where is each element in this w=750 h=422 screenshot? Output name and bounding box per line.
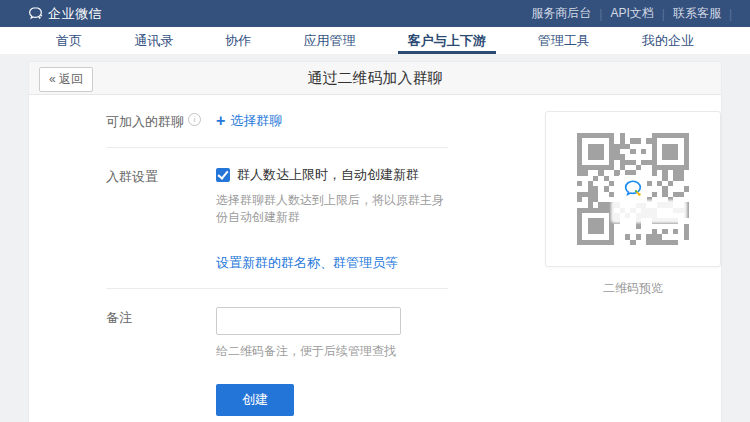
- back-button[interactable]: « 返回: [39, 67, 93, 92]
- join-settings-control: 群人数达上限时，自动创建新群 选择群聊群人数达到上限后，将以原群主身份自动创建新…: [216, 166, 448, 272]
- wechat-work-qr-center-icon: [619, 175, 647, 203]
- select-group-link-label: 选择群聊: [230, 112, 282, 130]
- remark-control: 给二维码备注，便于后续管理查找 创建: [216, 307, 401, 416]
- qr-watermark-blur: [611, 200, 687, 222]
- nav-item[interactable]: 应用管理: [299, 27, 359, 54]
- topbar-link[interactable]: 联系客服: [673, 5, 721, 22]
- joinable-group-label: 可加入的群聊 i: [106, 111, 216, 131]
- auto-create-group-checkbox-label[interactable]: 群人数达上限时，自动创建新群: [237, 166, 419, 184]
- separator: |: [599, 7, 602, 21]
- panel-header: « 返回 通过二维码加入群聊: [29, 62, 721, 95]
- separator: |: [729, 7, 732, 21]
- nav-item[interactable]: 我的企业: [638, 27, 698, 54]
- joinable-group-row: 可加入的群聊 i + 选择群聊: [106, 111, 448, 131]
- qr-card: [545, 111, 721, 267]
- auto-create-group-checkbox[interactable]: [216, 168, 230, 182]
- qr-preview: 二维码预览: [545, 111, 721, 416]
- plus-icon: +: [216, 112, 225, 130]
- form: 可加入的群聊 i + 选择群聊 入群设置 群人数达上限时，自动创建新群: [106, 111, 448, 416]
- joinable-group-label-text: 可加入的群聊: [106, 113, 184, 131]
- create-button[interactable]: 创建: [216, 384, 294, 416]
- nav-item[interactable]: 通讯录: [130, 27, 177, 54]
- panel-body: 可加入的群聊 i + 选择群聊 入群设置 群人数达上限时，自动创建新群: [29, 95, 721, 416]
- page: « 返回 通过二维码加入群聊 可加入的群聊 i + 选择群聊: [0, 55, 750, 422]
- info-icon[interactable]: i: [188, 113, 201, 126]
- topbar-link[interactable]: API文档: [610, 5, 653, 22]
- nav-item[interactable]: 首页: [52, 27, 86, 54]
- separator: |: [662, 7, 665, 21]
- remark-row: 备注 给二维码备注，便于后续管理查找 创建: [106, 307, 448, 416]
- join-settings-label: 入群设置: [106, 166, 216, 272]
- divider: [106, 288, 448, 289]
- main-nav: 首页通讯录协作应用管理客户与上下游管理工具我的企业: [0, 27, 750, 55]
- join-settings-helper-text: 选择群聊群人数达到上限后，将以原群主身份自动创建新群: [216, 192, 448, 226]
- page-title: 通过二维码加入群聊: [308, 69, 443, 88]
- select-group-link[interactable]: + 选择群聊: [216, 111, 282, 131]
- content-panel: « 返回 通过二维码加入群聊 可加入的群聊 i + 选择群聊: [28, 61, 722, 422]
- brand-name: 企业微信: [48, 5, 102, 23]
- topbar-link[interactable]: 服务商后台: [531, 5, 591, 22]
- wechat-work-logo-icon: [28, 6, 43, 21]
- brand[interactable]: 企业微信: [28, 5, 102, 23]
- new-group-settings-link[interactable]: 设置新群的群名称、群管理员等: [216, 254, 398, 272]
- remark-input[interactable]: [216, 307, 401, 335]
- qr-caption: 二维码预览: [603, 280, 663, 297]
- auto-create-group-option: 群人数达上限时，自动创建新群: [216, 166, 448, 184]
- qr-code-image: [577, 133, 689, 245]
- nav-item[interactable]: 协作: [221, 27, 255, 54]
- divider: [106, 147, 448, 148]
- nav-item[interactable]: 客户与上下游: [404, 27, 490, 54]
- join-settings-row: 入群设置 群人数达上限时，自动创建新群 选择群聊群人数达到上限后，将以原群主身份…: [106, 166, 448, 272]
- topbar: 企业微信 服务商后台|API文档|联系客服|: [0, 0, 750, 27]
- topbar-links: 服务商后台|API文档|联系客服|: [531, 5, 740, 22]
- remark-helper-text: 给二维码备注，便于后续管理查找: [216, 343, 401, 360]
- remark-label: 备注: [106, 307, 216, 416]
- nav-item[interactable]: 管理工具: [534, 27, 594, 54]
